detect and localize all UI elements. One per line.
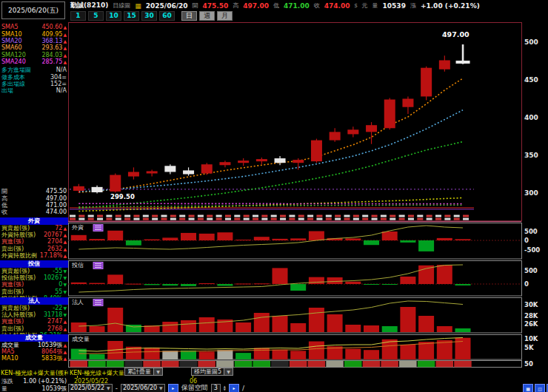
- range-from-picker[interactable]: 2025/05/22 ▼: [68, 384, 113, 392]
- apply-range-button[interactable]: ▸: [168, 384, 178, 392]
- price-annotations: 497.00299.50: [110, 30, 470, 200]
- y-axis-tick-label: 5K: [524, 344, 534, 351]
- go-button[interactable]: ▸: [229, 384, 239, 392]
- chevron-down-icon[interactable]: ▼: [224, 368, 233, 376]
- panel-title: 投信: [71, 262, 84, 268]
- y-axis-tick-label: 350: [524, 152, 538, 159]
- spinner-control[interactable]: ▲▼: [224, 385, 226, 392]
- date-range-controls: 2025/05/22 ▼ - 2025/06/20 ▼ ▸ 保留空間 3 ▲▼ …: [68, 384, 244, 392]
- range-to-value: 2025/06/20: [123, 385, 157, 391]
- chevron-down-icon[interactable]: ▼: [107, 385, 110, 391]
- y-axis-tick-label: 26K: [524, 320, 538, 328]
- panel-title: 成交量: [72, 336, 90, 342]
- y-axis-tick-label: 28K: [524, 312, 538, 320]
- y-axis-labels: 5004504003503005000-500500030K28K26K10K5…: [524, 38, 540, 368]
- indicator-selector-row: KEN-極光線+爆大量(獲利30P) 累計疊量 ▼ 移均量圖5 ▼: [68, 368, 522, 377]
- institutional-panel: [71, 301, 471, 332]
- y-axis-tick-label: 500: [524, 267, 538, 274]
- volume-ma-dropdown[interactable]: 移均量圖5 ▼: [191, 368, 233, 376]
- y-axis-tick-label: 50: [524, 360, 533, 368]
- corner-toolbar: ▦ ◫ ▤: [523, 384, 548, 392]
- chart-tool-icon[interactable]: ▦: [523, 384, 533, 392]
- y-axis-tick-label: 0: [524, 237, 529, 244]
- panel-title: 外資: [72, 224, 84, 231]
- reserve-space-value: 3: [214, 385, 218, 391]
- candles: [73, 44, 470, 193]
- chart-tool-icon[interactable]: ◫: [535, 384, 545, 392]
- range-separator: -: [116, 385, 118, 392]
- moving-averages: [78, 78, 463, 212]
- y-axis-tick-label: 300: [524, 189, 538, 197]
- chevron-down-icon[interactable]: ▼: [159, 385, 163, 391]
- y-axis-tick-label: 30K: [524, 301, 538, 308]
- overlay-dropdown[interactable]: 累計疊量 ▼: [124, 368, 163, 376]
- legend-icon[interactable]: [93, 225, 103, 232]
- slash-text: /: [242, 385, 244, 392]
- legend-icon[interactable]: [93, 300, 103, 306]
- chevron-down-icon[interactable]: ▼: [154, 368, 163, 376]
- y-axis-tick-label: 10K: [524, 335, 538, 342]
- panel-borders: [68, 23, 522, 368]
- reserve-space-label: 保留空間: [181, 383, 208, 392]
- summary-strip: [70, 361, 472, 368]
- svg-text:497.00: 497.00: [442, 30, 470, 38]
- panel-title: 法人: [72, 299, 84, 305]
- range-to-picker[interactable]: 2025/06/20 ▼: [121, 384, 165, 392]
- range-from-value: 2025/05/22: [70, 385, 104, 391]
- svg-text:299.50: 299.50: [110, 193, 135, 200]
- y-axis-tick-label: 500: [524, 38, 538, 46]
- price-chart[interactable]: 497.00299.50外資投信法人成交量5004504003503005000…: [0, 0, 548, 392]
- y-axis-tick-label: 450: [524, 76, 538, 84]
- signal-strip: [70, 215, 469, 220]
- volume-panel: [71, 338, 471, 360]
- reserve-space-input[interactable]: 3: [211, 384, 221, 392]
- trust-panel: [71, 265, 471, 292]
- volume-ma-dropdown-value[interactable]: 移均量圖5: [191, 368, 224, 376]
- overlay-dropdown-value[interactable]: 累計疊量: [124, 368, 154, 376]
- zero-lines: [68, 240, 521, 284]
- y-axis-tick-label: 0: [524, 280, 529, 288]
- y-axis-tick-label: 400: [524, 114, 538, 121]
- y-axis-tick-label: 500: [524, 228, 538, 235]
- foreign-panel: [71, 226, 471, 251]
- y-axis-tick-label: -500: [524, 246, 540, 254]
- trading-app-window: 2025/06/20(五) 勤誠(8210) 日線圖 ▦ 2025/06/20 …: [0, 0, 548, 392]
- legend-icon[interactable]: [93, 263, 103, 269]
